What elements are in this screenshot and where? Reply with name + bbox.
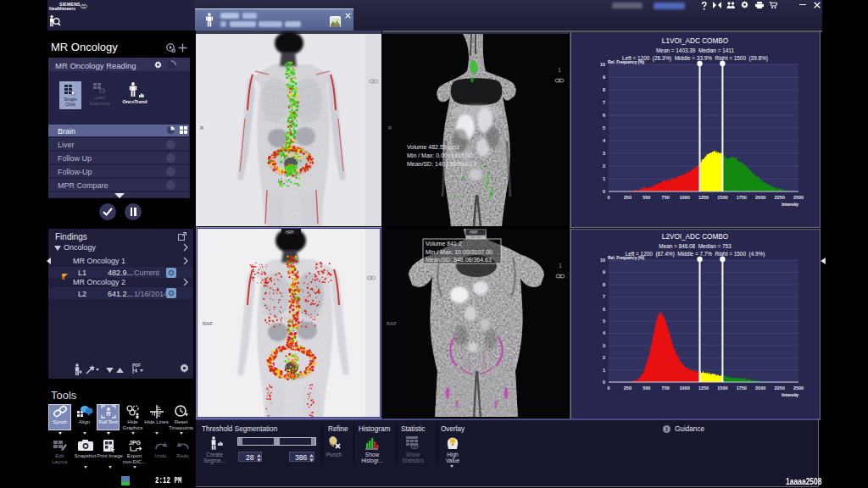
svg-text:3: 3	[603, 151, 605, 156]
svg-text:2: 2	[603, 164, 605, 169]
svg-text:7: 7	[603, 100, 605, 105]
svg-text:1: 1	[558, 67, 561, 73]
svg-text:8: 8	[603, 87, 605, 92]
svg-text:HRP: HRP	[286, 230, 294, 235]
svg-text:Mean = 1403.39 Median = 1411: Mean = 1403.39 Median = 1411	[656, 47, 734, 53]
svg-text:L1VOI_ADC COMBO: L1VOI_ADC COMBO	[662, 37, 728, 45]
svg-text:Mean/SD: 1403.39/949.13: Mean/SD: 1403.39/949.13	[407, 161, 476, 167]
svg-text:R: R	[200, 125, 204, 130]
svg-text:1500: 1500	[717, 385, 727, 391]
svg-text:0: 0	[603, 189, 605, 194]
svg-text:2250: 2250	[774, 385, 784, 391]
svg-text:Volume 841.2: Volume 841.2	[426, 241, 462, 247]
svg-text:1: 1	[603, 176, 605, 181]
svg-text:6: 6	[603, 113, 605, 118]
svg-text:L2VOI_ADC COMBO: L2VOI_ADC COMBO	[662, 233, 728, 241]
svg-text:Volume 482.55 cm3: Volume 482.55 cm3	[407, 144, 459, 150]
svg-text:1250: 1250	[698, 195, 709, 200]
svg-text:9: 9	[603, 269, 605, 274]
svg-text:500: 500	[643, 385, 650, 391]
svg-text:2000: 2000	[755, 195, 765, 200]
svg-text:10: 10	[600, 62, 605, 67]
svg-text:Rel. Frequency (%): Rel. Frequency (%)	[608, 256, 645, 260]
svg-text:1750: 1750	[737, 195, 747, 200]
svg-text:R: R	[388, 125, 392, 130]
svg-text:Rel. Frequency (%): Rel. Frequency (%)	[608, 60, 645, 64]
svg-text:2: 2	[603, 355, 605, 360]
svg-text:Intensity: Intensity	[782, 202, 798, 207]
svg-text:2250: 2250	[774, 195, 784, 200]
svg-text:0: 0	[603, 380, 605, 385]
svg-text:1750: 1750	[737, 385, 747, 391]
svg-text:500: 500	[643, 195, 650, 200]
svg-text:5: 5	[603, 319, 605, 324]
svg-text:Intensity: Intensity	[782, 393, 798, 397]
svg-text:2500: 2500	[793, 385, 804, 391]
svg-text:8: 8	[603, 282, 605, 287]
svg-text:RAF: RAF	[387, 321, 397, 326]
svg-text:2000: 2000	[755, 385, 765, 391]
svg-text:Min / Max: 0.00 /3107.00: Min / Max: 0.00 /3107.00	[407, 152, 472, 158]
svg-text:6: 6	[603, 307, 605, 312]
svg-text:1250: 1250	[698, 385, 709, 391]
svg-text:2500: 2500	[793, 195, 804, 200]
svg-text:0: 0	[607, 385, 609, 391]
svg-text:1000: 1000	[679, 385, 689, 391]
svg-text:1: 1	[603, 368, 605, 373]
svg-text:Min / Max: 10.00/3107.00: Min / Max: 10.00/3107.00	[426, 249, 492, 255]
svg-text:Left = 1200 (87.4%) Middle =: Left = 1200 (87.4%) Middle = 7.7% Right …	[626, 251, 765, 258]
svg-text:750: 750	[662, 385, 670, 391]
svg-text:Mean = 846.08 Median = 753: Mean = 846.08 Median = 753	[659, 243, 732, 249]
svg-text:1500: 1500	[717, 195, 727, 200]
svg-text:3: 3	[603, 343, 605, 348]
svg-text:Mean/SD: 848.08/364.63: Mean/SD: 848.08/364.63	[426, 257, 492, 263]
svg-text:750: 750	[662, 195, 670, 200]
svg-text:10: 10	[600, 258, 605, 263]
svg-text:250: 250	[624, 195, 632, 200]
svg-text:HRP: HRP	[470, 230, 478, 235]
svg-text:1: 1	[559, 263, 562, 269]
svg-text:5: 5	[603, 125, 605, 130]
svg-text:1000: 1000	[679, 195, 689, 200]
svg-text:JPG: JPG	[129, 440, 142, 446]
svg-text:7: 7	[603, 294, 605, 299]
svg-text:250: 250	[624, 385, 632, 391]
svg-text:0: 0	[607, 195, 609, 200]
svg-text:9: 9	[603, 75, 605, 80]
svg-text:RAF: RAF	[203, 321, 213, 326]
